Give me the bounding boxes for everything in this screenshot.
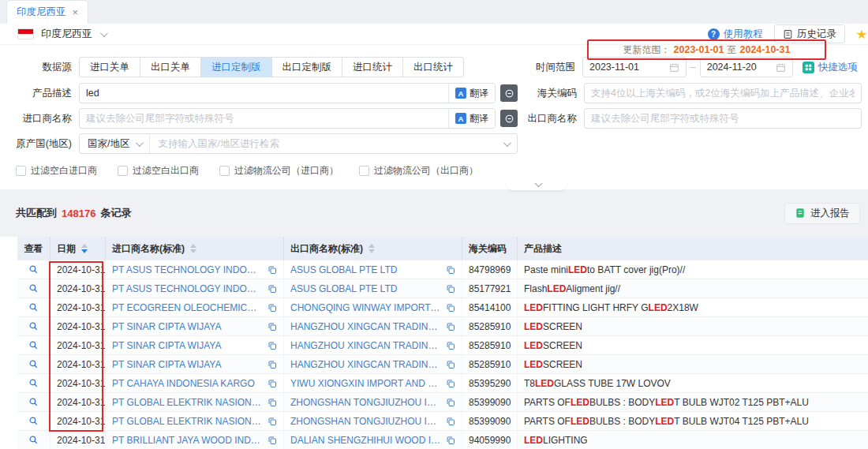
- collapse-panel-button[interactable]: [507, 180, 567, 190]
- copy-icon[interactable]: [446, 417, 455, 426]
- view-magnifier-icon[interactable]: [28, 340, 39, 350]
- exporter-link[interactable]: ASUS GLOBAL PTE LTD: [290, 283, 441, 294]
- copy-icon[interactable]: [446, 341, 455, 350]
- importer-link[interactable]: PT ASUS TECHNOLOGY INDONESIA BA...: [112, 264, 263, 275]
- hs-code-cell: 94059990: [462, 431, 518, 449]
- chevron-down-icon[interactable]: [503, 138, 517, 149]
- importer-link[interactable]: PT SINAR CIPTA WIJAYA: [112, 321, 263, 332]
- report-icon: [795, 208, 806, 219]
- view-magnifier-icon[interactable]: [28, 435, 39, 445]
- translate-button[interactable]: A 翻译: [448, 109, 495, 128]
- checkbox-icon: [16, 166, 26, 176]
- view-magnifier-icon[interactable]: [28, 264, 39, 275]
- search-history-icon[interactable]: [500, 84, 518, 102]
- chevron-down-icon: [136, 139, 144, 147]
- importer-link[interactable]: PT CAHAYA INDONESIA KARGO: [112, 378, 263, 389]
- copy-icon[interactable]: [268, 303, 277, 312]
- copy-icon[interactable]: [268, 379, 277, 388]
- view-magnifier-icon[interactable]: [28, 321, 39, 331]
- page: 印度尼西亚 × 印度尼西亚 ? 使用教程 历史记录 ★ 更新范围： 2023-0…: [0, 0, 868, 449]
- translate-button[interactable]: A 翻译: [448, 84, 495, 103]
- chevron-down-icon[interactable]: [100, 29, 108, 37]
- copy-icon[interactable]: [268, 341, 277, 350]
- filter-form: 数据源 进口关单出口关单进口定制版出口定制版进口统计出口统计 时间范围 2023…: [0, 45, 868, 189]
- enter-report-label: 进入报告: [810, 207, 850, 220]
- copy-icon[interactable]: [446, 322, 455, 331]
- importer-link[interactable]: PT SINAR CIPTA WIJAYA: [112, 359, 263, 370]
- copy-icon[interactable]: [446, 360, 455, 369]
- sort-icons[interactable]: [369, 244, 375, 253]
- translate-label: 翻译: [470, 112, 488, 125]
- copy-icon[interactable]: [268, 360, 277, 369]
- view-magnifier-icon[interactable]: [28, 283, 39, 294]
- data-source-option[interactable]: 进口关单: [79, 57, 140, 77]
- copy-icon[interactable]: [446, 436, 455, 445]
- importer-link[interactable]: PT ECOGREEN OLEOCHEMICALS: [112, 302, 263, 313]
- importer-link[interactable]: PT BRILLIANT JAYA WOOD INDUSTRY: [112, 435, 263, 446]
- origin-country-select[interactable]: 国家/地区: [80, 134, 150, 153]
- exporter-link[interactable]: HANGZHOU XINGCAN TRADING CO LTD: [290, 340, 441, 351]
- exporter-link[interactable]: DALIAN SHENGZHIHUI WOOD INDUST...: [290, 435, 441, 446]
- table-row: 2024-10-31 PT BRILLIANT JAYA WOOD INDUST…: [17, 431, 868, 449]
- data-source-option[interactable]: 进口统计: [342, 57, 403, 77]
- importer-link[interactable]: PT SINAR CIPTA WIJAYA: [112, 340, 263, 351]
- copy-icon[interactable]: [446, 379, 455, 388]
- description-cell: LED SCREEN: [518, 317, 868, 335]
- importer-link[interactable]: PT GLOBAL ELEKTRIK NASIONAL: [112, 416, 263, 427]
- product-desc-input[interactable]: [80, 84, 448, 103]
- column-header[interactable]: 进口商名称(标准): [106, 237, 284, 260]
- description-cell: T8 LED GLASS TUBE 17W LOVOV: [518, 374, 868, 392]
- view-magnifier-icon[interactable]: [28, 416, 39, 426]
- tutorial-label: 使用教程: [724, 28, 763, 41]
- filter-checkbox[interactable]: 过滤空白出口商: [118, 164, 199, 178]
- copy-icon[interactable]: [446, 265, 455, 275]
- tab-indonesia[interactable]: 印度尼西亚 ×: [6, 0, 88, 24]
- exporter-input[interactable]: [585, 109, 861, 128]
- data-source-option[interactable]: 出口关单: [140, 57, 201, 77]
- importer-link[interactable]: PT ASUS TECHNOLOGY INDONESIA BA...: [112, 283, 263, 294]
- copy-icon[interactable]: [268, 322, 277, 331]
- quick-options-button[interactable]: 快捷选项: [803, 61, 858, 74]
- hs-code-input[interactable]: [585, 84, 861, 103]
- exporter-link[interactable]: HANGZHOU XINGCAN TRADING CO LTD: [290, 321, 441, 332]
- tutorial-button[interactable]: ? 使用教程: [708, 28, 763, 41]
- copy-icon[interactable]: [446, 303, 455, 312]
- filter-checkbox[interactable]: 过滤空白进口商: [16, 164, 97, 178]
- star-icon[interactable]: ★: [856, 27, 867, 42]
- exporter-link[interactable]: ZHONGSHAN TONGJIUZHOU INTERNA...: [290, 397, 441, 408]
- copy-icon[interactable]: [268, 284, 277, 294]
- copy-icon[interactable]: [268, 265, 277, 275]
- data-source-option[interactable]: 出口定制版: [271, 57, 343, 77]
- view-magnifier-icon[interactable]: [28, 397, 39, 407]
- importer-link[interactable]: PT GLOBAL ELEKTRIK NASIONAL: [112, 397, 263, 408]
- copy-icon[interactable]: [446, 398, 455, 407]
- column-header[interactable]: 日期: [51, 237, 106, 260]
- view-magnifier-icon[interactable]: [28, 378, 39, 388]
- data-source-option[interactable]: 进口定制版: [200, 57, 272, 77]
- copy-icon[interactable]: [268, 436, 277, 445]
- copy-icon[interactable]: [268, 398, 277, 407]
- column-header[interactable]: 出口商名称(标准): [284, 237, 462, 260]
- view-magnifier-icon[interactable]: [28, 302, 39, 312]
- enter-report-button[interactable]: 进入报告: [784, 203, 860, 224]
- copy-icon[interactable]: [446, 284, 455, 294]
- tab-label: 印度尼西亚: [17, 6, 66, 19]
- exporter-link[interactable]: ZHONGSHAN TONGJIUZHOU INTERNA...: [290, 416, 441, 427]
- sort-icons[interactable]: [81, 244, 88, 253]
- filter-checkbox[interactable]: 过滤物流公司（进口商）: [219, 164, 339, 178]
- exporter-link[interactable]: HANGZHOU XINGCAN TRADING CO LTD: [290, 359, 441, 370]
- exporter-link[interactable]: ASUS GLOBAL PTE LTD: [290, 264, 441, 275]
- copy-icon[interactable]: [268, 417, 277, 426]
- origin-search-input[interactable]: 支持输入国家/地区进行检索: [150, 137, 503, 151]
- importer-input[interactable]: [80, 109, 448, 128]
- description-cell: Paste miniLED to BATT cover jig(Pro)//: [518, 260, 868, 279]
- sort-icons[interactable]: [190, 244, 196, 253]
- exporter-link[interactable]: YIWU XIONGXIN IMPORT AND EXPORT...: [290, 378, 441, 389]
- view-magnifier-icon[interactable]: [28, 359, 39, 369]
- data-source-option[interactable]: 出口统计: [402, 57, 464, 77]
- exporter-link[interactable]: CHONGQING WINWAY IMPORT AND E...: [290, 302, 441, 313]
- hs-code-cell: 85399090: [462, 412, 518, 430]
- close-icon[interactable]: ×: [73, 7, 79, 17]
- search-history-icon[interactable]: [500, 110, 518, 127]
- filter-checkbox[interactable]: 过滤物流公司（出口商）: [359, 164, 478, 178]
